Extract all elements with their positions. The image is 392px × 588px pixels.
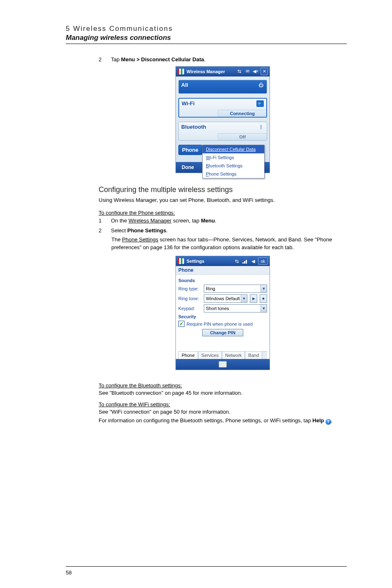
ok-button[interactable]: ok [258, 257, 268, 265]
section-sounds: Sounds [178, 278, 267, 283]
ui-label: Phone Settings [127, 227, 166, 234]
connectivity-icon[interactable]: ⇆ [233, 258, 240, 264]
checkbox-require-pin[interactable]: ✔ [178, 321, 184, 327]
connectivity-icon[interactable]: ⇆ [236, 68, 242, 75]
text: For information on configuring the Bluet… [99, 417, 312, 424]
phone-step-desc: The Phone Settings screen has four tabs—… [111, 236, 347, 252]
wifi-icon: ᯤ [256, 100, 264, 107]
text: screen, tap [171, 218, 201, 224]
select-ring-tone[interactable]: Windows Default ▼ [204, 294, 247, 303]
step-2-disconnect: 2 Tap Menu > Disconnect Cellular Data. [99, 56, 347, 64]
tab-services[interactable]: Services [198, 351, 222, 359]
power-icon: ⏻ [258, 82, 264, 88]
phone-tab-header: Phone [176, 266, 270, 275]
text: . [204, 56, 206, 63]
section-security: Security [178, 314, 267, 319]
chevron-down-icon: ▼ [261, 285, 267, 292]
window-title: Wireless Manager [187, 69, 225, 74]
titlebar: Settings ⇆ ◀ ok [176, 256, 270, 266]
text: On the [111, 218, 129, 224]
step-number: 2 [99, 56, 104, 64]
signal-icon[interactable] [242, 258, 248, 264]
header-rule [66, 44, 347, 44]
text: Tap [111, 56, 121, 63]
select-value: Ring [206, 286, 215, 291]
select-value: Short tones [206, 306, 229, 311]
select-ring-type[interactable]: Ring ▼ [204, 285, 267, 293]
volume-icon[interactable]: ◀× [252, 68, 259, 75]
tile-phone-row: Phone Disconnect Cellular Data Wi-Fi Set… [178, 145, 267, 160]
softkey-done[interactable]: Done [182, 164, 194, 170]
procedure-wifi-heading: To configure the WiFi settings: [99, 401, 347, 407]
tab-network[interactable]: Network [222, 351, 245, 359]
bt-status: Off [218, 133, 267, 140]
wifi-line: See "WiFi connection" on page 50 for mor… [99, 408, 347, 416]
phone-step-1: 1 On the Wireless Manager screen, tap Me… [99, 217, 347, 225]
menu-item-bt-settings[interactable]: Bluetooth Settings [203, 162, 264, 170]
page-number: 58 [66, 569, 71, 576]
step-number: 2 [99, 227, 104, 235]
menu-item-disconnect-data[interactable]: Disconnect Cellular Data [203, 145, 264, 153]
mnemonic: W [206, 155, 210, 160]
tab-band[interactable]: Band [245, 351, 262, 359]
text: . [215, 218, 217, 224]
tile-all[interactable]: All ⏻ [178, 80, 267, 94]
step-text: Tap Menu > Disconnect Cellular Data. [111, 56, 205, 64]
context-menu: Disconnect Cellular Data Wi-Fi Settings … [202, 145, 265, 178]
menu-label: luetooth Settings [209, 163, 242, 168]
tile-wifi[interactable]: Wi-Fi ᯤ Connecting [178, 98, 267, 118]
tile-phone[interactable]: Phone [178, 145, 202, 155]
screen-name: Wireless Manager [129, 218, 172, 224]
section-title: Managing wireless connections [66, 34, 347, 42]
stop-button[interactable]: ■ [260, 294, 267, 303]
notification-icon[interactable]: ✉ [244, 68, 251, 75]
window-title: Settings [187, 259, 204, 264]
procedure-bt-heading: To configure the Bluetooth settings: [99, 382, 347, 389]
menu-path: Menu > Disconnect Cellular Data [121, 56, 204, 63]
label-ring-type: Ring type: [178, 286, 201, 291]
keyboard-icon[interactable] [219, 361, 227, 368]
chapter-title: 5 Wireless Communications [66, 25, 347, 33]
heading-configuring: Configuring the multiple wireless settin… [99, 185, 347, 194]
row-ring-tone: Ring tone: Windows Default ▼ ▶ ■ [178, 294, 267, 303]
row-require-pin: ✔ Require PIN when phone is used [178, 321, 267, 327]
bt-line: See "Bluetooth connection" on page 45 fo… [99, 389, 347, 397]
close-icon[interactable]: ✕ [261, 68, 268, 75]
step-text: On the Wireless Manager screen, tap Menu… [111, 217, 217, 225]
volume-icon[interactable]: ◀ [250, 258, 256, 264]
label-ring-tone: Ring tone: [178, 296, 201, 301]
text: . [331, 417, 333, 424]
menu-item-phone-settings[interactable]: Phone Settings [203, 170, 264, 178]
change-pin-button[interactable]: Change PIN [202, 329, 243, 336]
start-flag-icon[interactable] [178, 69, 184, 74]
tab-phone[interactable]: Phone [178, 351, 198, 359]
ui-label: Help [312, 417, 324, 424]
screen-name: Phone Settings [122, 236, 158, 243]
wireless-manager-window: Wireless Manager ⇆ ✉ ◀× ✕ All ⏻ Wi-Fi ᯤ [175, 66, 270, 173]
tile-all-label: All [181, 82, 188, 88]
row-ring-type: Ring type: Ring ▼ [178, 285, 267, 293]
tile-wifi-label: Wi-Fi [182, 100, 195, 106]
phone-step-2: 2 Select Phone Settings. [99, 227, 347, 235]
start-flag-icon[interactable] [178, 258, 184, 264]
tile-bt-label: Bluetooth [181, 124, 206, 130]
menu-label: Disconnect Cellular Data [206, 147, 256, 152]
step-number: 1 [99, 217, 104, 225]
tile-bluetooth[interactable]: Bluetooth ᛒ Off [178, 122, 267, 141]
menu-label: hone Settings [209, 171, 236, 176]
select-keypad[interactable]: Short tones ▼ [204, 304, 267, 313]
text: . [166, 227, 168, 234]
step-text: Select Phone Settings. [111, 227, 168, 235]
play-button[interactable]: ▶ [250, 294, 257, 303]
help-icon: ? [325, 419, 331, 425]
menu-item-wifi-settings[interactable]: Wi-Fi Settings [203, 153, 264, 162]
row-keypad: Keypad: Short tones ▼ [178, 304, 267, 313]
softkey-bar [176, 359, 270, 370]
menu-label: i-Fi Settings [210, 155, 234, 160]
chevron-down-icon: ▼ [241, 295, 247, 302]
wifi-status: Connecting [218, 110, 266, 117]
intro-para: Using Wireless Manager, you can set Phon… [99, 197, 347, 204]
ui-label: Menu [201, 218, 215, 224]
phone-settings-window: Settings ⇆ ◀ ok Phone Sounds Ring type: … [175, 256, 270, 370]
text: Select [111, 227, 127, 234]
